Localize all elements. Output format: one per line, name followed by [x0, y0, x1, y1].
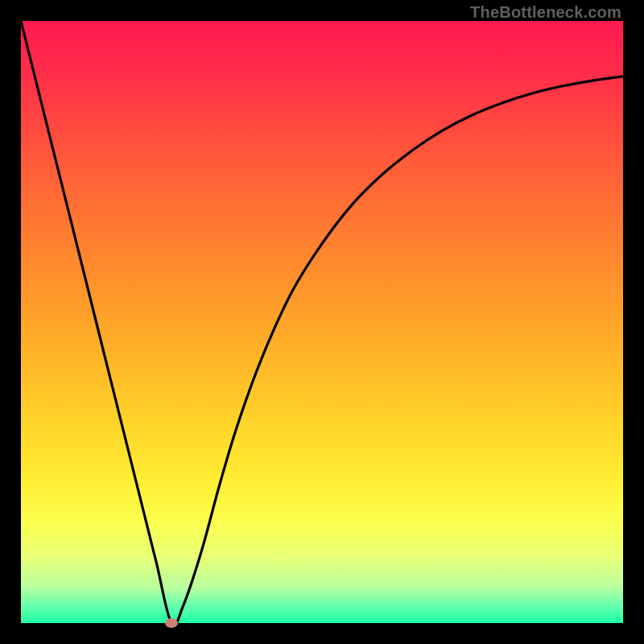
- watermark-text: TheBottleneck.com: [470, 3, 621, 22]
- chart-frame: [21, 21, 623, 623]
- gradient-background: [21, 21, 623, 623]
- plot-area: [21, 21, 623, 623]
- optimal-point-marker: [165, 618, 178, 628]
- svg-rect-0: [21, 21, 623, 623]
